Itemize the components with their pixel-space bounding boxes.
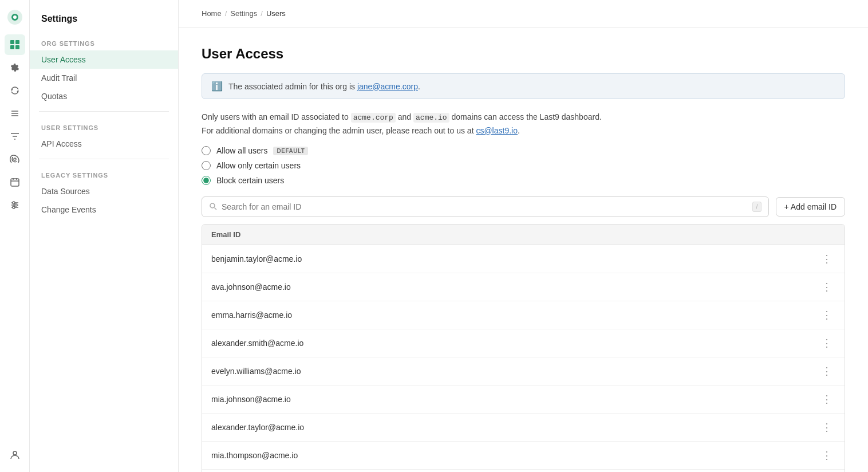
radio-allow-all[interactable]: Allow all users DEFAULT <box>202 146 845 155</box>
grid-icon[interactable] <box>5 34 25 55</box>
main-content: Home / Settings / Users User Access ℹ️ T… <box>179 0 868 472</box>
email-cell: benjamin.taylor@acme.io <box>211 254 302 263</box>
radio-block-certain[interactable]: Block certain users <box>202 176 845 185</box>
email-cell: evelyn.williams@acme.io <box>211 367 301 376</box>
sidebar-item-label: User Access <box>41 55 86 64</box>
breadcrumb-sep-2: / <box>261 9 263 18</box>
refresh-icon[interactable] <box>5 80 25 101</box>
broadcast-icon[interactable] <box>5 149 25 170</box>
breadcrumb-sep-1: / <box>225 9 227 18</box>
table-row: evelyn.williams@acme.io ⋮ <box>202 357 845 386</box>
sidebar-item-label: Data Sources <box>41 187 90 196</box>
svg-rect-3 <box>10 40 14 44</box>
sidebar-item-api-access[interactable]: API Access <box>30 135 178 153</box>
description-text: Only users with an email ID associated t… <box>202 111 845 137</box>
more-options-button[interactable]: ⋮ <box>818 251 835 266</box>
search-icon <box>209 202 217 212</box>
sidebar-item-user-access[interactable]: User Access <box>30 50 178 69</box>
info-banner-text: The associated admin for this org is jan… <box>228 82 420 91</box>
svg-point-20 <box>13 206 15 209</box>
sidebar-title: Settings <box>30 9 178 33</box>
email-cell: mia.thompson@acme.io <box>211 451 298 460</box>
svg-rect-5 <box>10 45 14 49</box>
table-row: ava.johnson@acme.io ⋮ <box>202 273 845 301</box>
support-email-link[interactable]: cs@last9.io <box>476 126 518 135</box>
sidebar-item-label: Audit Trail <box>41 73 77 82</box>
more-options-button[interactable]: ⋮ <box>818 420 835 435</box>
sidebar: Settings ORG SETTINGS User Access Audit … <box>30 0 179 472</box>
user-avatar-icon[interactable] <box>5 445 25 465</box>
svg-rect-11 <box>11 179 19 186</box>
email-cell: alexander.taylor@acme.io <box>211 423 304 432</box>
breadcrumb-current: Users <box>266 9 286 18</box>
svg-point-21 <box>13 451 17 455</box>
svg-rect-4 <box>15 40 19 44</box>
sidebar-item-quotas[interactable]: Quotas <box>30 87 178 105</box>
svg-line-23 <box>215 207 217 210</box>
radio-allow-all-label: Allow all users <box>216 146 267 155</box>
gear-icon[interactable] <box>5 57 25 78</box>
table-row: alexander.smith@acme.io ⋮ <box>202 329 845 357</box>
sidebar-item-data-sources[interactable]: Data Sources <box>30 182 178 200</box>
more-options-button[interactable]: ⋮ <box>818 448 835 463</box>
sidebar-item-label: Quotas <box>41 92 67 101</box>
radio-allow-all-input[interactable] <box>202 146 211 155</box>
content-area: User Access ℹ️ The associated admin for … <box>179 27 868 472</box>
sidebar-item-audit-trail[interactable]: Audit Trail <box>30 69 178 87</box>
radio-allow-certain-input[interactable] <box>202 161 211 170</box>
more-options-button[interactable]: ⋮ <box>818 336 835 351</box>
breadcrumb-home[interactable]: Home <box>202 9 222 18</box>
more-options-button[interactable]: ⋮ <box>818 308 835 322</box>
radio-block-certain-label: Block certain users <box>216 176 284 185</box>
domain1-code: acme.corp <box>351 113 396 123</box>
user-settings-label: USER SETTINGS <box>30 117 178 135</box>
add-email-button[interactable]: + Add email ID <box>776 197 845 217</box>
svg-point-18 <box>15 204 17 206</box>
table-row: alexander.taylor@acme.io ⋮ <box>202 414 845 442</box>
breadcrumb-settings[interactable]: Settings <box>230 9 257 18</box>
more-options-button[interactable]: ⋮ <box>818 364 835 379</box>
radio-group: Allow all users DEFAULT Allow only certa… <box>202 146 845 185</box>
email-cell: mia.johnson@acme.io <box>211 395 291 404</box>
table-row: mia.thompson@acme.io ⋮ <box>202 442 845 470</box>
filter-icon[interactable] <box>5 126 25 147</box>
radio-allow-certain-label: Allow only certain users <box>216 161 301 170</box>
sidebar-item-label: API Access <box>41 139 82 148</box>
info-banner: ℹ️ The associated admin for this org is … <box>202 73 845 99</box>
sliders-icon[interactable] <box>5 195 25 215</box>
more-options-button[interactable]: ⋮ <box>818 392 835 407</box>
more-options-button[interactable]: ⋮ <box>818 280 835 294</box>
email-table: Email ID benjamin.taylor@acme.io ⋮ ava.j… <box>202 224 845 472</box>
sidebar-item-label: Change Events <box>41 205 96 214</box>
table-row: emma.harris@acme.io ⋮ <box>202 301 845 329</box>
email-cell: alexander.smith@acme.io <box>211 339 303 348</box>
default-badge: DEFAULT <box>273 147 308 155</box>
icon-rail <box>0 0 30 472</box>
svg-point-2 <box>13 15 17 19</box>
list-icon[interactable] <box>5 103 25 124</box>
radio-block-certain-input[interactable] <box>202 176 211 185</box>
table-header: Email ID <box>202 225 845 245</box>
search-input[interactable] <box>222 197 752 217</box>
radio-allow-certain[interactable]: Allow only certain users <box>202 161 845 170</box>
admin-email-link[interactable]: jane@acme.corp <box>357 82 418 91</box>
org-settings-label: ORG SETTINGS <box>30 33 178 50</box>
divider-2 <box>39 159 169 159</box>
email-cell: ava.johnson@acme.io <box>211 282 291 292</box>
search-bar: / <box>202 196 769 217</box>
breadcrumb: Home / Settings / Users <box>179 0 868 27</box>
table-row: benjamin.taylor@acme.io ⋮ <box>202 245 845 273</box>
calendar-icon[interactable] <box>5 172 25 192</box>
svg-rect-6 <box>15 45 19 49</box>
table-row: daniel.miller@acme.io ⋮ <box>202 470 845 472</box>
svg-point-22 <box>210 203 215 208</box>
info-icon: ℹ️ <box>211 81 223 92</box>
table-row: mia.johnson@acme.io ⋮ <box>202 386 845 414</box>
svg-point-10 <box>14 158 16 160</box>
page-title: User Access <box>202 46 845 62</box>
sidebar-item-change-events[interactable]: Change Events <box>30 200 178 219</box>
table-rows: benjamin.taylor@acme.io ⋮ ava.johnson@ac… <box>202 245 845 472</box>
app-logo <box>5 7 25 27</box>
divider-1 <box>39 111 169 112</box>
domain2-code: acme.io <box>413 113 449 123</box>
